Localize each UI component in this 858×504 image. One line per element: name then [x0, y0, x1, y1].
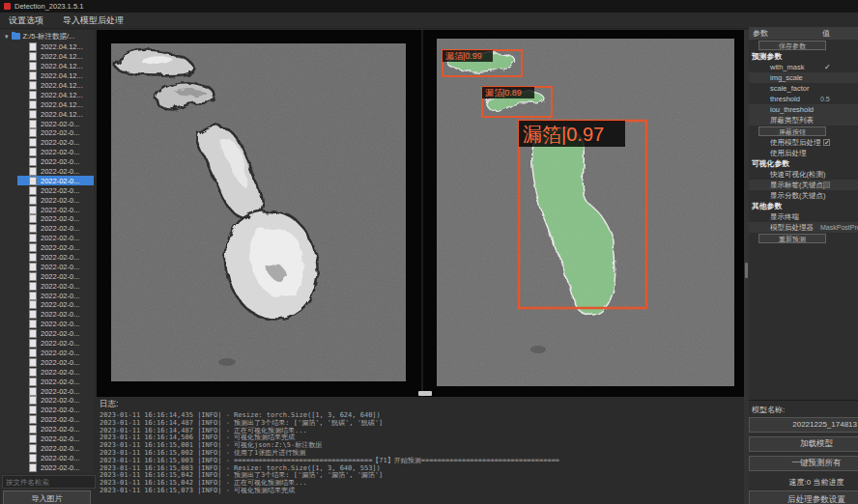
- tree-item-label: 2022-02-0...: [41, 358, 79, 367]
- tree-item[interactable]: 2022-02-0...: [0, 195, 94, 205]
- log-line: 2023-01-11 16:16:15,073 |INFO| - 可视化预测结果…: [100, 488, 744, 495]
- file-icon: [29, 110, 37, 119]
- tree-item[interactable]: 2022-02-0...: [0, 462, 94, 472]
- tree-item[interactable]: 2022.04.12...: [0, 52, 94, 62]
- tree-item[interactable]: 2022-02-0...: [0, 367, 94, 377]
- raw-image-panel[interactable]: [111, 43, 406, 381]
- param-button[interactable]: 重新预测: [758, 234, 826, 243]
- param-row[interactable]: scale_factor: [749, 83, 858, 94]
- tree-item[interactable]: 2022-02-0...: [0, 281, 94, 291]
- tree-item[interactable]: 2022.04.12...: [0, 71, 94, 81]
- load-model-button[interactable]: 加载模型: [749, 436, 858, 452]
- tree-root-label: Z:/5-标注数据/...: [23, 32, 75, 42]
- tree-item[interactable]: 2022-02-0...: [0, 425, 94, 434]
- menu-item-settings[interactable]: 设置选项: [9, 14, 43, 27]
- param-row[interactable]: with_mask✓: [749, 62, 858, 72]
- tree-item-label: 2022-02-0...: [41, 282, 79, 291]
- chevron-down-icon[interactable]: ▾: [5, 33, 9, 41]
- search-input[interactable]: [2, 475, 96, 489]
- prediction-image-panel[interactable]: 漏箔|0.99 漏箔|0.89 漏箔|0.97: [437, 39, 734, 386]
- tree-item-label: 2022-02-0...: [41, 434, 79, 443]
- viewer-divider: [421, 30, 423, 397]
- tree-item[interactable]: 2022-02-0...: [0, 329, 94, 339]
- param-row[interactable]: 使用后处理: [749, 148, 858, 158]
- tree-item[interactable]: 2022-02-0...: [0, 406, 94, 415]
- tree-item[interactable]: 2022-02-0...: [0, 176, 94, 185]
- model-name-label: 模型名称:: [752, 405, 785, 415]
- tree-item[interactable]: 2022-02-0...: [0, 157, 94, 167]
- param-label: 屏蔽类型列表: [770, 116, 814, 125]
- param-row[interactable]: 模型后处理器MaskPostPro: [749, 222, 858, 233]
- file-icon: [29, 329, 37, 338]
- tree-item[interactable]: 2022-02-0...: [0, 349, 94, 358]
- file-icon: [29, 396, 37, 405]
- file-icon: [29, 320, 37, 328]
- param-row[interactable]: 快速可视化(检测): [749, 169, 858, 180]
- tree-item[interactable]: 2022-02-0...: [0, 119, 94, 128]
- tree-item[interactable]: 2022-02-0...: [0, 234, 94, 243]
- value-column-header: 值: [822, 27, 830, 40]
- tree-item[interactable]: 2022-02-0...: [0, 128, 94, 138]
- tree-item[interactable]: 2022.04.12...: [0, 42, 94, 52]
- tree-item[interactable]: 2022-02-0...: [0, 167, 94, 177]
- param-value: MaskPostPro: [820, 222, 858, 233]
- tree-item[interactable]: 2022-02-0...: [0, 415, 94, 425]
- param-row[interactable]: iou_threshold: [749, 104, 858, 115]
- image-viewer-area[interactable]: 漏箔|0.99 漏箔|0.89 漏箔|0.97: [97, 30, 744, 397]
- tree-item[interactable]: 2022-02-0...: [0, 443, 94, 453]
- tree-item-label: 2022.04.12...: [41, 81, 83, 90]
- tree-item[interactable]: 2022.04.12...: [0, 81, 94, 91]
- tree-item[interactable]: 2022-02-0...: [0, 300, 94, 310]
- tree-item[interactable]: 2022.04.12...: [0, 62, 94, 71]
- tree-item[interactable]: 2022-02-0...: [0, 253, 94, 263]
- tree-item[interactable]: 2022.04.12...: [0, 90, 94, 99]
- param-label: 使用模型后处理: [770, 138, 821, 147]
- tree-item[interactable]: 2022-02-0...: [0, 386, 94, 396]
- tree-item[interactable]: 2022-02-0...: [0, 339, 94, 349]
- tree-item[interactable]: 2022-02-0...: [0, 205, 94, 214]
- splitter-thumb[interactable]: [745, 263, 748, 278]
- tree-item[interactable]: 2022-02-0...: [0, 396, 94, 406]
- param-row[interactable]: 显示分数(关键点): [749, 190, 858, 201]
- param-button[interactable]: 保存参数: [758, 41, 826, 50]
- tree-item[interactable]: 2022-02-0...: [0, 243, 94, 253]
- postprocess-params-button[interactable]: 后处理参数设置: [749, 490, 858, 504]
- file-icon: [29, 272, 37, 281]
- tree-item[interactable]: 2022-02-0...: [0, 138, 94, 148]
- horizontal-scrollbar-thumb[interactable]: [418, 391, 432, 396]
- tree-item[interactable]: 2022-02-0...: [0, 214, 94, 224]
- tree-item[interactable]: 2022-02-0...: [0, 320, 94, 329]
- menu-item-import-post[interactable]: 导入模型后处理: [63, 14, 124, 27]
- tree-item[interactable]: 2022-02-0...: [0, 224, 94, 234]
- tree-item[interactable]: 2022-02-0...: [0, 310, 94, 320]
- param-checkbox[interactable]: ✓: [823, 139, 830, 146]
- tree-item[interactable]: 2022-02-0...: [0, 185, 94, 195]
- tree-item[interactable]: 2022.04.12...: [0, 99, 94, 109]
- param-row[interactable]: 显示终端: [749, 211, 858, 222]
- predict-all-button[interactable]: 一键预测所有: [749, 456, 858, 471]
- tree-item[interactable]: 2022-02-0...: [0, 377, 94, 386]
- log-panel: 日志: 2023-01-11 16:16:14,435 |INFO| - Res…: [97, 397, 744, 504]
- tree-item[interactable]: 2022-02-0...: [0, 291, 94, 300]
- tree-item[interactable]: 2022-02-0...: [0, 357, 94, 367]
- param-row[interactable]: 使用模型后处理✓: [749, 137, 858, 148]
- file-tree[interactable]: ▾ Z:/5-标注数据/... 2022.04.12...2022.04.12.…: [0, 30, 94, 473]
- tree-item[interactable]: 2022-02-0...: [0, 453, 94, 462]
- tree-item[interactable]: 2022-02-0...: [0, 148, 94, 157]
- tree-item[interactable]: 2022-02-0...: [0, 262, 94, 271]
- import-images-button[interactable]: 导入图片: [3, 490, 91, 504]
- param-row[interactable]: img_scale: [749, 72, 858, 83]
- menu-bar: 设置选项 导入模型后处理: [0, 13, 858, 29]
- tree-item[interactable]: 2022-02-0...: [0, 271, 94, 281]
- tree-root[interactable]: ▾ Z:/5-标注数据/...: [0, 30, 94, 42]
- param-button[interactable]: 屏蔽按钮: [758, 126, 826, 136]
- model-name-field[interactable]: 20221225_174813: [749, 417, 858, 433]
- param-row[interactable]: 屏蔽类型列表: [749, 115, 858, 126]
- param-row[interactable]: threshold0.5: [749, 94, 858, 104]
- tree-item[interactable]: 2022.04.12...: [0, 109, 94, 119]
- param-row[interactable]: 显示标签(关键点): [749, 180, 858, 190]
- param-label: img_scale: [770, 73, 803, 82]
- tree-item[interactable]: 2022-02-0...: [0, 434, 94, 444]
- param-checkbox[interactable]: [823, 182, 830, 188]
- file-icon: [29, 253, 37, 262]
